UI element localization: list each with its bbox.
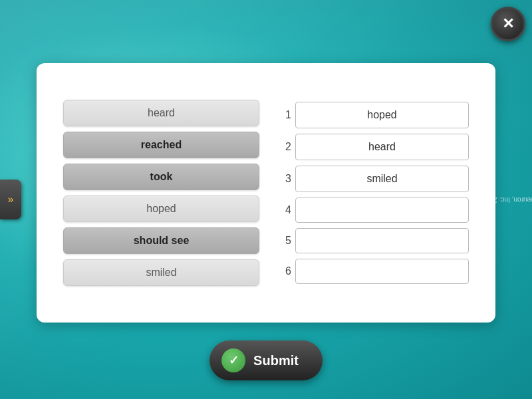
word-button-w4[interactable]: hoped	[63, 196, 259, 222]
answer-box-3[interactable]: smiled	[295, 166, 469, 192]
word-button-w1[interactable]: heard	[63, 100, 259, 126]
answer-row-3: 3smiled	[273, 166, 469, 192]
submit-check-icon: ✓	[221, 348, 245, 372]
close-button[interactable]: ✕	[491, 7, 525, 41]
chevron-right-icon: »	[8, 194, 14, 205]
side-nav-button[interactable]: »	[0, 180, 21, 219]
answer-row-4: 4	[273, 198, 469, 223]
answer-number-5: 5	[273, 235, 291, 247]
word-button-w3[interactable]: took	[63, 164, 259, 190]
answer-box-5[interactable]	[295, 228, 469, 253]
answer-number-2: 2	[273, 141, 291, 153]
word-button-w5[interactable]: should see	[63, 227, 259, 254]
answer-box-4[interactable]	[295, 198, 469, 223]
word-button-w2[interactable]: reached	[63, 132, 259, 158]
answer-row-2: 2heard	[273, 134, 469, 160]
word-button-w6[interactable]: smiled	[63, 259, 259, 286]
answer-number-4: 4	[273, 204, 291, 216]
answer-list: 1hoped2heard3smiled456	[273, 82, 469, 304]
answer-number-1: 1	[273, 109, 291, 121]
answer-box-6[interactable]	[295, 259, 469, 284]
answer-box-2[interactable]: heard	[295, 134, 469, 160]
answer-number-3: 3	[273, 173, 291, 185]
answer-row-6: 6	[273, 259, 469, 284]
submit-label: Submit	[253, 353, 299, 368]
word-list: heardreachedtookhopedshould seesmiled	[63, 82, 259, 304]
answer-number-6: 6	[273, 265, 291, 277]
submit-button[interactable]: ✓ Submit	[209, 340, 323, 380]
answer-row-5: 5	[273, 228, 469, 253]
answer-box-1[interactable]: hoped	[295, 102, 469, 128]
answer-row-1: 1hoped	[273, 102, 469, 128]
main-card: heardreachedtookhopedshould seesmiled 1h…	[37, 63, 495, 323]
close-icon: ✕	[502, 15, 514, 33]
